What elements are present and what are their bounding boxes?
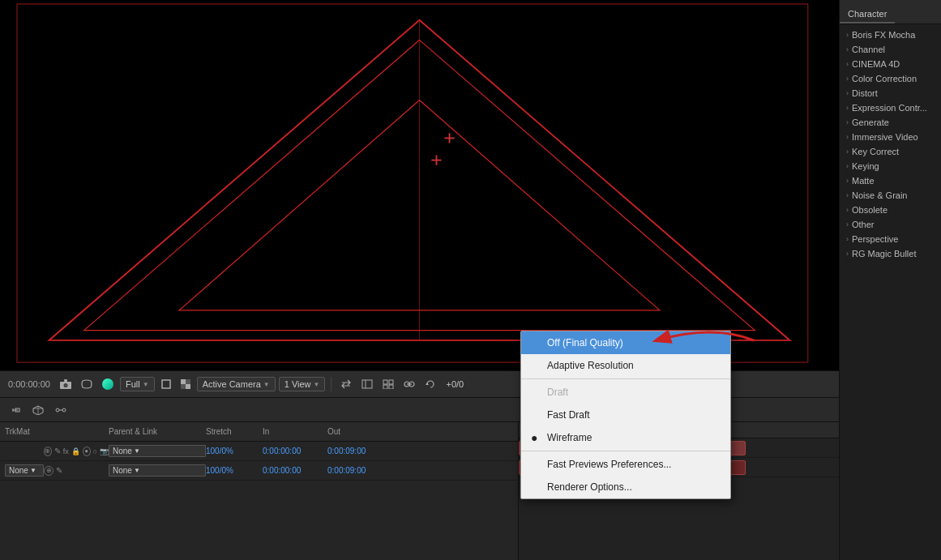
views-dropdown-arrow: ▼: [314, 381, 320, 388]
dropdown-item-fast_draft[interactable]: Fast Draft: [521, 404, 730, 426]
chevron-icon-obsolete: ›: [846, 206, 849, 214]
effect-item-other[interactable]: ›Other: [840, 217, 941, 232]
effect-item-immersive_video[interactable]: ›Immersive Video: [840, 130, 941, 144]
svg-point-32: [56, 408, 59, 412]
camera-icon: [60, 379, 71, 389]
svg-rect-17: [181, 384, 186, 389]
expand-icon: [361, 379, 373, 389]
color-settings-button[interactable]: [99, 377, 117, 391]
effect-item-color_correction[interactable]: ›Color Correction: [840, 71, 941, 86]
timeline-icons: [6, 404, 70, 417]
effect-label-rg_magic_bullet: RG Magic Bullet: [852, 249, 916, 259]
expand-button[interactable]: [358, 378, 376, 391]
camera-dropdown[interactable]: Active Camera ▼: [197, 377, 276, 391]
timeline-cube-button[interactable]: [29, 404, 47, 417]
chevron-icon-perspective: ›: [846, 235, 849, 243]
dropdown-label-wireframe: Wireframe: [547, 432, 592, 443]
dropdown-item-draft: Draft: [521, 381, 730, 404]
chevron-icon-expression_controls: ›: [846, 104, 849, 112]
svg-rect-22: [383, 385, 387, 389]
timeline-merge-button[interactable]: [52, 404, 70, 417]
grid-button[interactable]: [379, 378, 397, 391]
quality-label: Full: [126, 379, 140, 389]
row2-parent-dropdown[interactable]: None ▼: [109, 464, 206, 477]
pencil-icon-1: ✎: [54, 447, 61, 455]
timeline-col-headers: TrkMat Parent & Link Stretch In Out: [0, 422, 518, 442]
col-header-out: Out: [327, 427, 392, 436]
dropdown-label-fast_previews_prefs: Fast Previews Preferences...: [547, 459, 671, 470]
row1-icons: ⊕ ✎ fx 🔒 ● ○ 📷: [44, 447, 109, 456]
chevron-icon-immersive_video: ›: [846, 133, 849, 141]
effect-item-matte[interactable]: ›Matte: [840, 173, 941, 188]
effect-label-cinema4d: CINEMA 4D: [852, 59, 900, 69]
checkerboard-button[interactable]: [178, 378, 194, 391]
timeline-cube-icon: [32, 405, 44, 415]
chevron-icon-channel: ›: [846, 45, 849, 53]
effect-label-distort: Distort: [852, 88, 878, 98]
effect-item-generate[interactable]: ›Generate: [840, 115, 941, 130]
row1-stretch: 100/0%: [206, 447, 263, 455]
effect-item-cinema4d[interactable]: ›CINEMA 4D: [840, 57, 941, 71]
chevron-icon-generate: ›: [846, 118, 849, 126]
svg-rect-8: [17, 4, 808, 362]
effects-list: ›Boris FX Mocha›Channel›CINEMA 4D›Color …: [840, 24, 941, 560]
row2-out: 0:00:09:00: [327, 466, 392, 475]
snapshot-button[interactable]: [57, 378, 75, 391]
row2-icons: ⊕ ✎: [44, 466, 109, 476]
svg-point-12: [65, 384, 67, 387]
dropdown-item-wireframe[interactable]: ●Wireframe: [521, 426, 730, 449]
timeline-labels: TrkMat Parent & Link Stretch In Out ⊕ ✎: [0, 422, 519, 560]
timeline-link-button[interactable]: [6, 404, 24, 417]
transfer-button-1[interactable]: [337, 378, 355, 391]
timecode-display[interactable]: 0:00:00:00: [5, 378, 53, 391]
row2-trkmat-dropdown[interactable]: None ▼: [5, 464, 44, 477]
svg-rect-14: [181, 379, 186, 384]
row1-parent: None ▼: [109, 445, 206, 457]
dropdown-item-adaptive[interactable]: Adaptive Resolution: [521, 354, 730, 377]
refresh-button[interactable]: [421, 378, 439, 391]
effect-item-distort[interactable]: ›Distort: [840, 86, 941, 100]
effect-item-key_correct[interactable]: ›Key Correct: [840, 144, 941, 159]
effect-item-expression_controls[interactable]: ›Expression Contr...: [840, 100, 941, 115]
link-button[interactable]: [400, 378, 418, 391]
tab-character[interactable]: Character: [840, 6, 895, 24]
effect-item-keying[interactable]: ›Keying: [840, 159, 941, 173]
svg-marker-27: [426, 383, 429, 385]
effect-label-other: Other: [852, 220, 875, 229]
effect-label-noise_grain: Noise & Grain: [852, 190, 907, 200]
camera-icon-1: 📷: [100, 447, 109, 455]
warp-button[interactable]: [78, 378, 96, 391]
col-header-stretch: Stretch: [206, 427, 263, 436]
effect-label-matte: Matte: [852, 176, 875, 186]
effect-item-channel[interactable]: ›Channel: [840, 42, 941, 57]
eye-icon-1: ●: [83, 447, 91, 456]
timeline-link-icon: [10, 405, 21, 415]
chevron-icon-other: ›: [846, 220, 849, 229]
bullet-icon-wireframe: ●: [531, 431, 537, 444]
effect-item-perspective[interactable]: ›Perspective: [840, 232, 941, 246]
dropdown-item-renderer_options[interactable]: Renderer Options...: [521, 476, 730, 498]
region-button[interactable]: [158, 378, 174, 391]
lock-icon-1: 🔒: [71, 447, 80, 455]
anchor-icon-1: ⊕: [44, 447, 52, 456]
dropdown-item-off_final[interactable]: Off (Final Quality): [521, 331, 730, 354]
quality-dropdown[interactable]: Full ▼: [120, 377, 155, 391]
effect-item-rg_magic_bullet[interactable]: ›RG Magic Bullet: [840, 246, 941, 261]
col-header-trkmat: TrkMat: [5, 427, 44, 436]
viewport-canvas: [0, 0, 839, 370]
tab-character-label: Character: [848, 9, 887, 19]
views-label: 1 View: [284, 379, 311, 389]
effect-label-obsolete: Obsolete: [852, 205, 888, 215]
chevron-icon-key_correct: ›: [846, 147, 849, 156]
dropdown-label-draft: Draft: [547, 387, 568, 398]
effect-item-boris_fx[interactable]: ›Boris FX Mocha: [840, 28, 941, 42]
effect-item-noise_grain[interactable]: ›Noise & Grain: [840, 188, 941, 203]
dropdown-item-fast_previews_prefs[interactable]: Fast Previews Preferences...: [521, 453, 730, 476]
chevron-icon-cinema4d: ›: [846, 60, 849, 68]
row1-parent-dropdown[interactable]: None ▼: [109, 445, 206, 457]
effect-item-obsolete[interactable]: ›Obsolete: [840, 203, 941, 217]
fx-icon-1: fx: [63, 447, 69, 455]
effect-label-key_correct: Key Correct: [852, 147, 899, 156]
offset-display: +0/0: [443, 378, 467, 391]
views-dropdown[interactable]: 1 View ▼: [279, 377, 326, 391]
